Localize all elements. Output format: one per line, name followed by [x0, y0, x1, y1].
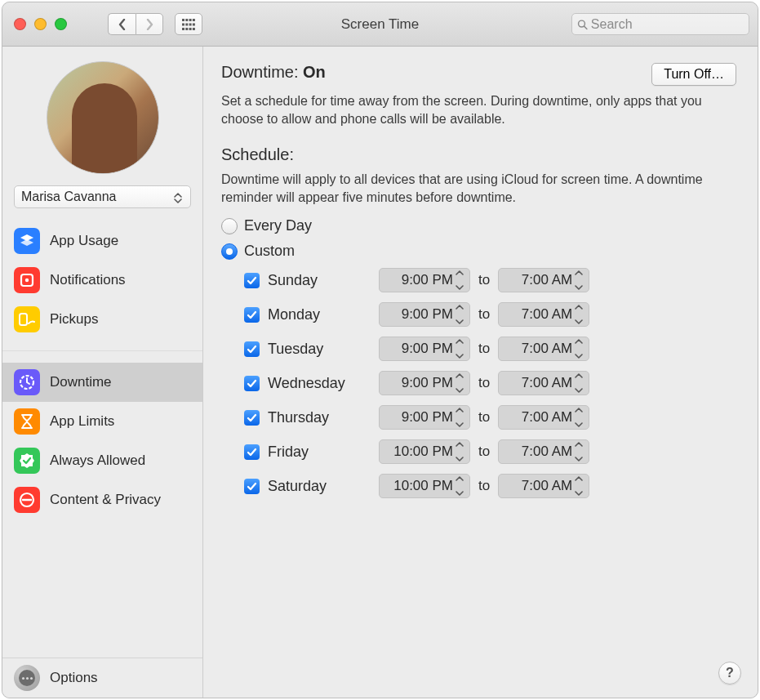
to-time-stepper[interactable]: 7:00 AM — [498, 439, 589, 464]
day-checkbox[interactable] — [244, 410, 260, 426]
minimize-window-button[interactable] — [34, 18, 47, 30]
sidebar-item-app-usage[interactable]: App Usage — [2, 221, 202, 261]
radio-every-day-control[interactable] — [221, 218, 238, 234]
radio-custom-control[interactable] — [221, 243, 238, 260]
sidebar-item-label: Always Allowed — [50, 453, 145, 469]
day-checkbox[interactable] — [244, 376, 260, 391]
sidebar-item-content-privacy[interactable]: Content & Privacy — [2, 480, 202, 519]
day-checkbox[interactable] — [244, 341, 260, 357]
to-time-stepper[interactable]: 7:00 AM — [498, 474, 589, 498]
radio-custom[interactable]: Custom — [221, 243, 736, 260]
checkmark-icon — [247, 275, 257, 286]
to-time-stepper[interactable]: 7:00 AM — [498, 302, 589, 327]
user-avatar[interactable] — [47, 61, 159, 174]
stepper-icon — [456, 339, 467, 359]
back-button[interactable] — [108, 13, 136, 35]
svg-rect-10 — [189, 28, 192, 30]
radio-every-day[interactable]: Every Day — [221, 217, 736, 234]
schedule-radio-group: Every Day Custom — [221, 217, 736, 260]
svg-rect-9 — [185, 28, 188, 30]
sidebar-item-label: Notifications — [50, 272, 126, 288]
options-button[interactable]: Options — [2, 658, 202, 698]
to-time-stepper[interactable]: 7:00 AM — [498, 371, 589, 395]
checkmark-icon — [247, 447, 257, 457]
stepper-icon — [456, 408, 467, 427]
to-label: to — [478, 341, 490, 357]
layers-icon — [14, 228, 40, 254]
svg-rect-1 — [185, 19, 188, 21]
checkmark-icon — [247, 344, 257, 354]
updown-chevron-icon — [171, 189, 185, 206]
day-name: Friday — [268, 444, 364, 461]
svg-line-13 — [584, 26, 587, 29]
svg-rect-2 — [189, 19, 192, 21]
zoom-window-button[interactable] — [55, 18, 67, 30]
sidebar-item-notifications[interactable]: Notifications — [2, 261, 202, 300]
day-checkbox[interactable] — [244, 479, 260, 494]
options-label: Options — [50, 670, 98, 686]
show-all-prefs-button[interactable] — [175, 13, 202, 35]
turn-off-button[interactable]: Turn Off… — [651, 63, 736, 86]
stepper-icon — [575, 339, 586, 359]
from-time-stepper[interactable]: 9:00 PM — [379, 302, 470, 327]
from-time-value: 9:00 PM — [402, 341, 453, 357]
sidebar-item-app-limits[interactable]: App Limits — [2, 402, 202, 441]
to-time-value: 7:00 AM — [522, 444, 572, 460]
day-name: Thursday — [268, 409, 364, 426]
day-checkbox[interactable] — [244, 444, 260, 460]
sidebar-item-label: Content & Privacy — [50, 492, 161, 508]
day-name: Wednesday — [268, 375, 364, 392]
stepper-icon — [456, 373, 467, 393]
sidebar-item-label: App Usage — [50, 233, 118, 249]
downtime-heading: Downtime: On — [221, 63, 326, 82]
day-name: Tuesday — [268, 341, 364, 358]
search-input[interactable] — [591, 17, 744, 32]
options-icon — [14, 665, 40, 691]
search-field-wrap[interactable] — [571, 13, 749, 35]
main-panel: Downtime: On Turn Off… Set a schedule fo… — [203, 47, 758, 698]
sidebar-item-pickups[interactable]: Pickups — [2, 300, 202, 339]
hourglass-icon — [14, 408, 40, 435]
day-checkbox[interactable] — [244, 307, 260, 323]
radio-every-day-label: Every Day — [244, 217, 312, 234]
to-time-value: 7:00 AM — [522, 341, 572, 357]
forward-button[interactable] — [136, 13, 163, 35]
svg-rect-0 — [182, 19, 184, 21]
close-window-button[interactable] — [14, 18, 26, 30]
from-time-stepper[interactable]: 9:00 PM — [379, 337, 470, 361]
to-time-stepper[interactable]: 7:00 AM — [498, 405, 589, 430]
day-name: Monday — [268, 306, 364, 323]
day-name: Sunday — [268, 272, 364, 289]
sidebar-item-downtime[interactable]: Downtime — [2, 363, 202, 402]
sidebar-item-always-allowed[interactable]: Always Allowed — [2, 441, 202, 480]
stepper-icon — [575, 476, 586, 496]
window: Screen Time Marisa Cavanna App UsageNoti… — [2, 2, 758, 698]
from-time-stepper[interactable]: 9:00 PM — [379, 268, 470, 292]
to-time-value: 7:00 AM — [522, 375, 572, 391]
radio-custom-label: Custom — [244, 243, 295, 260]
from-time-stepper[interactable]: 10:00 PM — [379, 439, 470, 464]
svg-rect-8 — [182, 28, 184, 30]
day-row-wednesday: Wednesday9:00 PMto7:00 AM — [244, 371, 736, 395]
square-icon — [14, 267, 40, 293]
user-select[interactable]: Marisa Cavanna — [14, 185, 191, 208]
to-time-stepper[interactable]: 7:00 AM — [498, 268, 589, 292]
stepper-icon — [575, 373, 586, 393]
stepper-icon — [456, 476, 467, 496]
sidebar-item-label: App Limits — [50, 413, 114, 430]
help-button[interactable]: ? — [718, 662, 741, 684]
from-time-stepper[interactable]: 9:00 PM — [379, 371, 470, 395]
sidebar-item-label: Pickups — [50, 311, 99, 328]
to-time-stepper[interactable]: 7:00 AM — [498, 337, 589, 361]
to-label: to — [478, 272, 490, 288]
body: Marisa Cavanna App UsageNotificationsPic… — [2, 47, 758, 698]
to-time-value: 7:00 AM — [522, 306, 572, 323]
pickup-icon — [14, 306, 40, 332]
day-checkbox[interactable] — [244, 273, 260, 288]
from-time-stepper[interactable]: 9:00 PM — [379, 405, 470, 430]
from-time-value: 9:00 PM — [402, 306, 453, 323]
titlebar: Screen Time — [2, 2, 758, 47]
search-icon — [577, 19, 588, 30]
from-time-stepper[interactable]: 10:00 PM — [379, 474, 470, 498]
svg-marker-15 — [20, 239, 33, 246]
